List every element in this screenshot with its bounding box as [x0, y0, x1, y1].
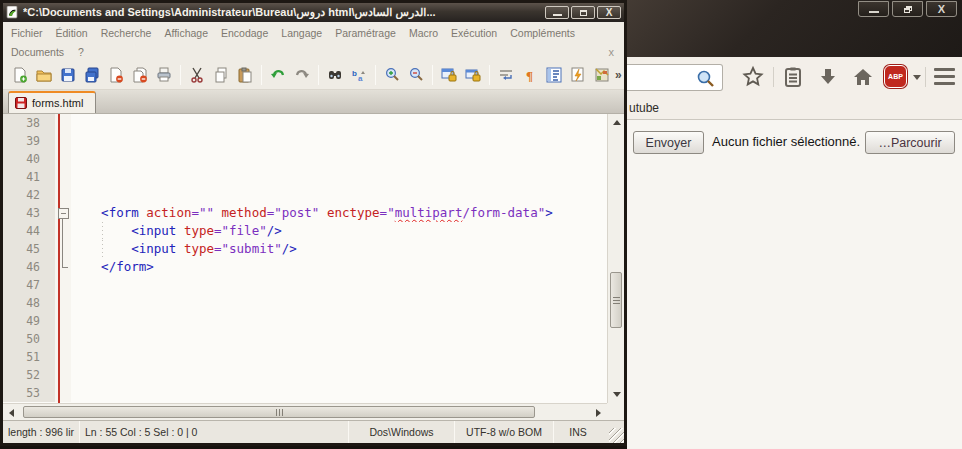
- editor-surface[interactable]: 383940414243 <form action="" method="pos…: [3, 114, 607, 403]
- submit-button[interactable]: Envoyer: [633, 131, 704, 154]
- downloads-icon[interactable]: [816, 65, 840, 93]
- browse-button[interactable]: …Parcourir: [865, 131, 955, 154]
- code-line: [71, 150, 607, 168]
- menu-item-fichier[interactable]: Fichier: [11, 27, 43, 39]
- menu-item-encodage[interactable]: Encodage: [221, 27, 268, 39]
- menu-item-recherche[interactable]: Recherche: [101, 27, 152, 39]
- line-number: 50: [3, 330, 55, 348]
- menu-item-?[interactable]: ?: [78, 46, 84, 58]
- menu-item-exécution[interactable]: Exécution: [451, 27, 497, 39]
- minimize-button[interactable]: [545, 6, 569, 19]
- zoom-out-icon[interactable]: [405, 64, 427, 86]
- status-bar: length : 996 lir Ln : 55 Col : 5 Sel : 0…: [3, 420, 624, 443]
- menu-item-compléments[interactable]: Compléments: [510, 27, 575, 39]
- browser-window-controls: X: [858, 1, 957, 17]
- menu-item-affichage[interactable]: Affichage: [164, 27, 208, 39]
- document-map-icon[interactable]: [591, 64, 613, 86]
- close-button[interactable]: X: [926, 1, 957, 17]
- horizontal-scrollbar-thumb[interactable]: [23, 406, 535, 418]
- code-row: 52: [3, 366, 607, 384]
- scroll-down-button[interactable]: [609, 387, 624, 402]
- close-all-icon[interactable]: [129, 64, 151, 86]
- arrow-up-icon: [613, 120, 621, 125]
- scroll-up-button[interactable]: [609, 115, 624, 130]
- notepadpp-logo-icon: [6, 6, 19, 19]
- find-icon[interactable]: [324, 64, 346, 86]
- browser-title-bar[interactable]: X: [627, 0, 962, 57]
- search-icon[interactable]: [696, 69, 715, 88]
- horizontal-scrollbar[interactable]: [3, 403, 607, 420]
- bookmarks-menu-icon[interactable]: [781, 65, 805, 93]
- file-status-text: Aucun fichier sélectionné.: [712, 134, 860, 149]
- svg-text:a: a: [358, 74, 363, 83]
- minimize-icon: [869, 11, 879, 13]
- cut-icon[interactable]: [186, 64, 208, 86]
- search-input[interactable]: [627, 64, 723, 91]
- open-file-icon[interactable]: [33, 64, 55, 86]
- sync-vertical-icon[interactable]: [438, 64, 460, 86]
- line-number: 40: [3, 150, 55, 168]
- code-line: </form>: [71, 258, 607, 276]
- code-line: [71, 384, 607, 402]
- bookmarks-bar: utube: [627, 97, 962, 120]
- editor-title-bar[interactable]: *C:\Documents and Settings\Administrateu…: [3, 3, 624, 22]
- save-all-icon[interactable]: [81, 64, 103, 86]
- show-symbols-icon[interactable]: ¶: [519, 64, 541, 86]
- resize-grip[interactable]: [609, 428, 624, 443]
- toolbar-separator: [318, 65, 319, 85]
- word-wrap-icon[interactable]: [495, 64, 517, 86]
- bookmark-item-youtube[interactable]: utube: [629, 101, 659, 115]
- svg-text:¶: ¶: [526, 68, 533, 83]
- monitoring-icon[interactable]: [567, 64, 589, 86]
- status-eol-format: Dos\Windows: [349, 421, 454, 443]
- menubar-close-icon[interactable]: x: [609, 46, 615, 58]
- function-list-icon[interactable]: [543, 64, 565, 86]
- menu-hamburger-icon[interactable]: [934, 68, 955, 85]
- print-icon[interactable]: [153, 64, 175, 86]
- scroll-left-button[interactable]: [4, 405, 19, 420]
- code-token: ="file": [214, 223, 267, 238]
- vertical-scrollbar-thumb[interactable]: [610, 272, 622, 328]
- menu-item-documents[interactable]: Documents: [11, 46, 64, 58]
- replace-icon[interactable]: ba: [348, 64, 370, 86]
- code-line: [71, 276, 607, 294]
- menu-item-langage[interactable]: Langage: [281, 27, 322, 39]
- zoom-in-icon[interactable]: [381, 64, 403, 86]
- code-line: [71, 168, 607, 186]
- close-file-icon[interactable]: [105, 64, 127, 86]
- adblock-dropdown-caret-icon[interactable]: [913, 75, 921, 80]
- minimize-button[interactable]: [858, 1, 889, 17]
- save-icon[interactable]: [57, 64, 79, 86]
- home-icon[interactable]: [851, 65, 875, 93]
- code-line: [71, 348, 607, 366]
- adblock-label: ABP: [888, 73, 903, 80]
- sync-horizontal-icon[interactable]: [462, 64, 484, 86]
- bookmark-star-icon[interactable]: [741, 65, 765, 93]
- scroll-right-button[interactable]: [591, 405, 606, 420]
- svg-text:b: b: [352, 69, 357, 78]
- adblock-plus-icon[interactable]: ABP: [884, 65, 907, 88]
- new-file-icon[interactable]: [9, 64, 31, 86]
- maximize-button[interactable]: [571, 6, 595, 19]
- code-row: 49: [3, 312, 607, 330]
- toolbar-overflow-chevron[interactable]: »: [615, 68, 622, 82]
- redo-icon[interactable]: [291, 64, 313, 86]
- code-row: 53: [3, 384, 607, 402]
- copy-icon[interactable]: [210, 64, 232, 86]
- code-token: </form>: [101, 259, 154, 274]
- toolbar-separator: [489, 65, 490, 85]
- code-line: [71, 114, 607, 132]
- menu-item-macro[interactable]: Macro: [409, 27, 438, 39]
- line-number: 44: [3, 222, 55, 240]
- undo-icon[interactable]: [267, 64, 289, 86]
- restore-button[interactable]: [892, 1, 923, 17]
- arrow-left-icon: [9, 409, 14, 417]
- close-button[interactable]: X: [597, 6, 621, 19]
- vertical-scrollbar[interactable]: [607, 114, 624, 403]
- menu-item-paramétrage[interactable]: Paramétrage: [335, 27, 396, 39]
- tab-forms-html[interactable]: forms.html: [8, 91, 96, 113]
- editor-window-controls: X: [545, 6, 621, 19]
- paste-icon[interactable]: [234, 64, 256, 86]
- menu-item-édition[interactable]: Édition: [56, 27, 88, 39]
- arrow-right-icon: [596, 409, 601, 417]
